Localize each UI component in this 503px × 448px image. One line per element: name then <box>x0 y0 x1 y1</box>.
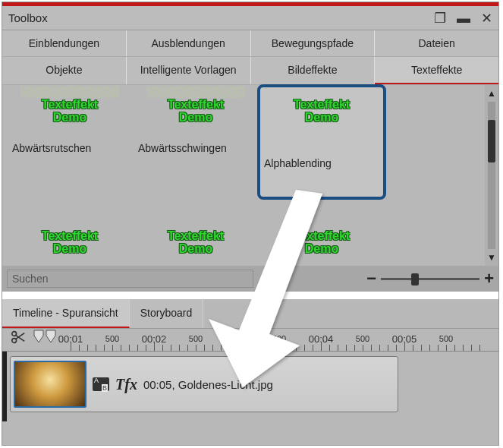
effects-grid: Texteffekt Demo Abwärtsrutschen Texteffe… <box>2 85 485 266</box>
timeline-ruler[interactable]: 00:0150000:0250000:0350000:0450000:05500 <box>2 329 498 352</box>
timeline-track[interactable]: Tfx 00:05, Goldenes-Licht.jpg <box>2 352 498 421</box>
scroll-thumb[interactable] <box>488 120 495 162</box>
demo-text: Texteffekt Demo <box>168 230 224 256</box>
ruler-half-label: 500 <box>439 334 453 343</box>
ruler-half-label: 500 <box>356 334 369 343</box>
zoom-slider-track[interactable] <box>381 278 479 280</box>
demo-text: Texteffekt Demo <box>42 99 98 125</box>
ruler-half-label: 500 <box>272 334 286 343</box>
titlebar: Toolbox ❐ ▬ ✕ <box>2 6 498 30</box>
effect-cell[interactable]: Texteffekt Demo <box>133 224 259 262</box>
scroll-up-icon[interactable]: ▲ <box>487 88 496 99</box>
tab-timeline-spuransicht[interactable]: Timeline - Spuransicht <box>2 299 130 328</box>
restore-icon[interactable]: ❐ <box>434 11 446 25</box>
effect-label: Alphablending <box>261 137 382 172</box>
tab-bewegungspfade[interactable]: Bewegungspfade <box>251 30 376 56</box>
close-icon[interactable]: ✕ <box>481 11 492 25</box>
tab-texteffekte[interactable]: Texteffekte <box>375 57 498 84</box>
tab-dateien[interactable]: Dateien <box>375 30 498 56</box>
demo-text: Texteffekt Demo <box>294 99 350 125</box>
scissors-icon[interactable] <box>8 329 30 345</box>
transition-ab-icon[interactable] <box>93 377 109 391</box>
effect-label: Abwärtsschwingen <box>135 137 256 157</box>
scroll-track[interactable] <box>488 102 495 249</box>
effect-cell-abwaertsschwingen[interactable]: Texteffekt Demo Abwärtsschwingen <box>133 86 259 198</box>
demo-text: Texteffekt Demo <box>42 230 98 256</box>
clip[interactable]: Tfx 00:05, Goldenes-Licht.jpg <box>10 356 398 412</box>
effect-label: Abwärtsrutschen <box>9 137 130 157</box>
tab-row-2: Objekte Intelligente Vorlagen Bildeffekt… <box>2 57 498 85</box>
ruler-half-label: 500 <box>189 334 203 343</box>
tab-intelligente-vorlagen[interactable]: Intelligente Vorlagen <box>127 57 251 84</box>
search-input[interactable] <box>7 270 253 288</box>
maximize-icon[interactable]: ▬ <box>457 11 470 25</box>
tab-ausblendungen[interactable]: Ausblendungen <box>127 30 251 56</box>
grid-scrollbar[interactable]: ▲ ▼ <box>485 85 498 266</box>
window-title: Toolbox <box>8 11 434 24</box>
clip-label: 00:05, Goldenes-Licht.jpg <box>143 378 273 391</box>
track-start-marker <box>2 352 7 421</box>
clip-thumbnail <box>14 361 86 408</box>
tab-storyboard[interactable]: Storyboard <box>130 299 203 328</box>
effect-cell[interactable]: Texteffekt Demo <box>259 224 385 262</box>
effect-cell-abwaertsrutschen[interactable]: Texteffekt Demo Abwärtsrutschen <box>7 86 133 198</box>
tab-einblendungen[interactable]: Einblendungen <box>2 30 127 56</box>
zoom-out-icon[interactable]: − <box>366 269 376 289</box>
ruler-half-label: 500 <box>105 334 119 343</box>
tab-row-1: Einblendungen Ausblendungen Bewegungspfa… <box>2 30 498 57</box>
zoom-in-icon[interactable]: + <box>484 269 494 289</box>
tab-bildeffekte[interactable]: Bildeffekte <box>251 57 376 84</box>
zoom-slider-knob[interactable] <box>411 273 419 286</box>
playhead-icon[interactable] <box>31 329 58 348</box>
effect-cell-alphablending[interactable]: Texteffekt Demo Alphablending <box>259 86 385 198</box>
scroll-down-icon[interactable]: ▼ <box>487 252 496 263</box>
demo-text: Texteffekt Demo <box>168 99 224 125</box>
effect-cell[interactable]: Texteffekt Demo <box>7 224 133 262</box>
demo-text: Texteffekt Demo <box>294 230 350 256</box>
text-effect-icon[interactable]: Tfx <box>115 376 137 393</box>
tab-objekte[interactable]: Objekte <box>2 57 127 84</box>
